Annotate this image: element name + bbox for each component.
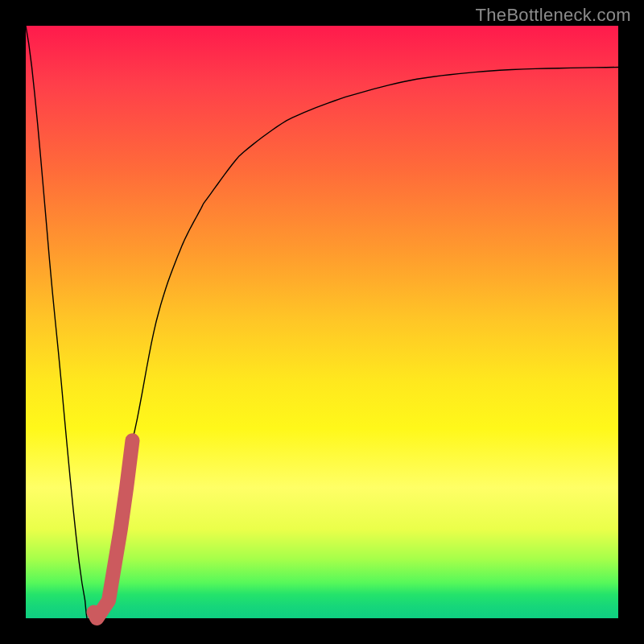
chart-frame: TheBottleneck.com (0, 0, 644, 644)
highlight-segment (94, 440, 133, 618)
chart-overlay (26, 26, 618, 618)
watermark-text: TheBottleneck.com (476, 5, 631, 26)
